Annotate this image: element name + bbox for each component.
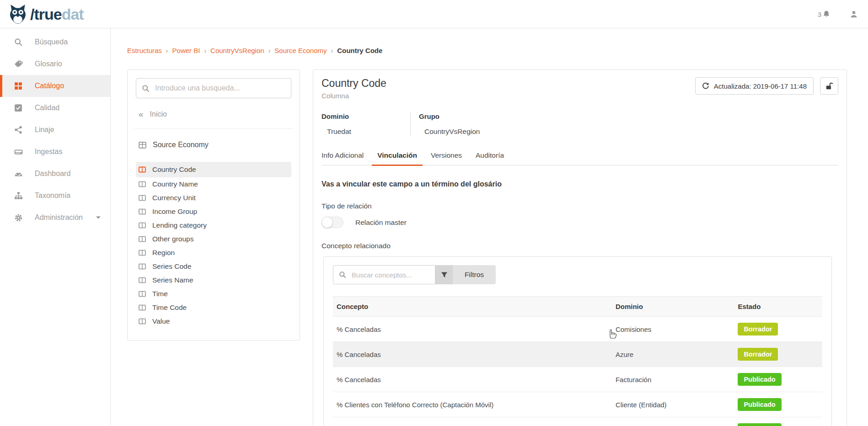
search-icon <box>14 38 23 46</box>
column-item-value[interactable]: Value <box>136 314 291 328</box>
toggle-knob <box>321 217 333 228</box>
sidebar-item-catalogo[interactable]: Catálogo <box>0 75 110 97</box>
column-item-country-code[interactable]: Country Code <box>136 162 291 177</box>
sidebar-item-label: Dashboard <box>35 170 70 178</box>
column-icon <box>139 194 146 202</box>
breadcrumb-link-estructuras[interactable]: Estructuras <box>127 47 162 54</box>
refresh-icon <box>702 82 709 90</box>
share-icon <box>14 126 23 134</box>
column-item-country-name[interactable]: Country Name <box>136 177 291 191</box>
cell-concept: % Clientes con Teléfono Erróneo (Captaci… <box>333 417 612 426</box>
column-icon <box>139 318 146 325</box>
status-badge[interactable]: Borrador <box>738 348 778 361</box>
column-label: Time <box>152 290 168 298</box>
table-row[interactable]: % Canceladas Facturación Publicado <box>333 367 822 392</box>
status-badge[interactable]: Borrador <box>738 323 778 335</box>
column-icon <box>139 166 146 173</box>
tab-auditoria[interactable]: Auditoría <box>476 148 504 165</box>
column-label: Currency Unit <box>152 194 196 202</box>
user-menu-button[interactable] <box>850 10 858 18</box>
breadcrumb-link-countryvsregion[interactable]: CountryVsRegion <box>210 47 264 54</box>
related-concept-label: Concepto relacionado <box>321 242 838 250</box>
search-icon <box>339 271 346 278</box>
header-dominio: Dominio <box>612 297 734 317</box>
tab-info-adicional[interactable]: Info Adicional <box>321 148 364 165</box>
domain-value: Truedat <box>327 128 378 136</box>
cell-concept: % Canceladas <box>333 317 612 342</box>
table-row[interactable]: % Canceladas Comisiones Borrador <box>333 317 822 342</box>
relation-master-label: Relación master <box>355 218 407 227</box>
concepts-card: Filtros Concepto Dominio Estado % Cancel… <box>323 256 832 426</box>
sidebar-item-label: Búsqueda <box>35 38 68 46</box>
group-label: Grupo <box>419 112 480 120</box>
column-label: Lending category <box>152 221 207 229</box>
top-bar: /truedat 3 <box>0 0 868 28</box>
structure-search-input[interactable] <box>155 84 269 92</box>
column-item-region[interactable]: Region <box>136 246 291 260</box>
column-item-time[interactable]: Time <box>136 287 291 301</box>
double-chevron-left-icon: « <box>139 111 144 117</box>
sidebar-item-ingestas[interactable]: Ingestas <box>0 141 110 163</box>
column-item-other-groups[interactable]: Other groups <box>136 232 291 246</box>
breadcrumb-separator: › <box>268 47 271 54</box>
concept-search-input[interactable] <box>352 271 425 279</box>
back-to-inicio[interactable]: « Inicio <box>139 110 291 118</box>
sidebar-item-busqueda[interactable]: Búsqueda <box>0 31 110 53</box>
column-list: Country Code Country Name Currency Unit … <box>136 162 291 328</box>
cell-domain: Azure <box>612 342 734 367</box>
sidebar-item-calidad[interactable]: Calidad <box>0 97 110 119</box>
sidebar-item-dashboard[interactable]: Dashboard <box>0 163 110 185</box>
column-item-series-code[interactable]: Series Code <box>136 260 291 273</box>
column-icon <box>139 304 146 311</box>
status-badge[interactable]: Publicado <box>738 398 781 411</box>
status-badge[interactable]: Publicado <box>738 373 781 386</box>
sidebar-item-glosario[interactable]: Glosario <box>0 53 110 75</box>
detail-card: Country Code Columna Actualizada: 2019-0… <box>313 69 847 426</box>
filters-button[interactable]: Filtros <box>453 265 496 284</box>
column-label: Series Name <box>152 276 193 284</box>
column-item-lending-category[interactable]: Lending category <box>136 218 291 232</box>
column-item-series-name[interactable]: Series Name <box>136 273 291 287</box>
unlock-icon <box>825 82 833 90</box>
notifications-button[interactable]: 3 <box>818 10 830 18</box>
column-icon <box>139 208 146 215</box>
breadcrumb-link-source-economy[interactable]: Source Economy <box>274 47 327 54</box>
breadcrumb-separator: › <box>331 47 333 54</box>
sidebar-item-administracion[interactable]: Administración <box>0 207 110 229</box>
cell-domain: Cliente (Entidad) <box>612 417 734 426</box>
tab-versiones[interactable]: Versiones <box>431 148 462 165</box>
updated-button[interactable]: Actualizada: 2019-06-17 11:48 <box>695 77 814 95</box>
column-icon <box>139 263 146 270</box>
parent-table-source-economy[interactable]: Source Economy <box>139 141 291 149</box>
column-label: Value <box>152 317 170 325</box>
status-badge[interactable]: Publicado <box>738 423 781 426</box>
filter-toggle-button[interactable] <box>435 265 453 284</box>
filters-label: Filtros <box>465 271 484 279</box>
column-item-income-group[interactable]: Income Group <box>136 205 291 218</box>
breadcrumb: Estructuras › Power BI › CountryVsRegion… <box>127 47 382 54</box>
header-concepto: Concepto <box>333 297 612 317</box>
detail-tabs: Info Adicional Vinculación Versiones Aud… <box>321 148 838 165</box>
breadcrumb-link-powerbi[interactable]: Power BI <box>172 47 200 54</box>
column-item-time-code[interactable]: Time Code <box>136 301 291 314</box>
column-item-currency-unit[interactable]: Currency Unit <box>136 191 291 205</box>
link-section-heading: Vas a vincular este campo a un término d… <box>321 180 838 188</box>
updated-label: Actualizada: 2019-06-17 11:48 <box>714 82 807 90</box>
concept-search-box <box>333 265 435 284</box>
logo-text: /truedat <box>30 4 84 25</box>
drive-icon <box>14 148 23 156</box>
table-row[interactable]: % Clientes con Teléfono Correcto (Captac… <box>333 392 822 417</box>
domain-label: Dominio <box>321 112 378 120</box>
sidebar-item-linaje[interactable]: Linaje <box>0 119 110 141</box>
sidebar-item-taxonomia[interactable]: Taxonomía <box>0 185 110 207</box>
relation-master-toggle[interactable] <box>321 217 343 228</box>
table-row[interactable]: % Canceladas Azure Borrador <box>333 342 822 367</box>
lock-button[interactable] <box>820 77 838 95</box>
divider <box>134 128 293 129</box>
table-row[interactable]: % Clientes con Teléfono Erróneo (Captaci… <box>333 417 822 426</box>
funnel-icon <box>441 272 448 278</box>
tags-icon <box>14 60 23 69</box>
chevron-down-icon <box>96 216 101 219</box>
truedat-logo[interactable]: /truedat <box>8 4 84 25</box>
tab-vinculacion[interactable]: Vinculación <box>377 148 417 165</box>
